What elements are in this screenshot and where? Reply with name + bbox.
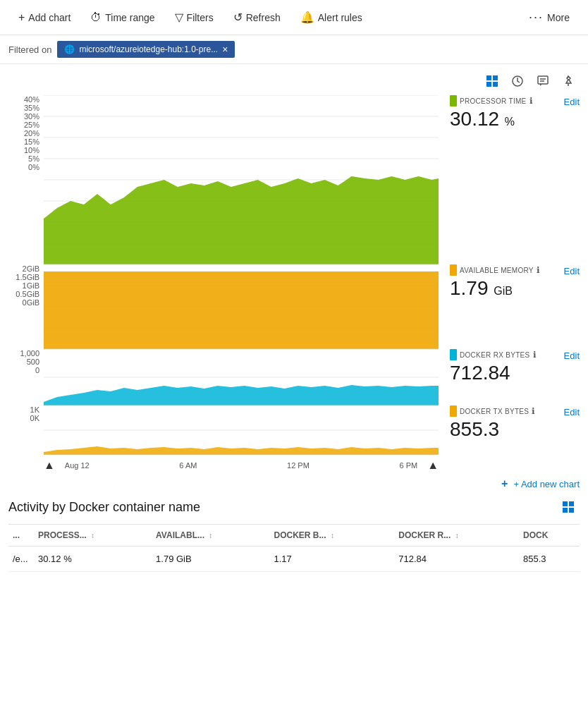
processor-legend: PROCESSOR TIME ℹ 30.12 % — [439, 95, 580, 129]
col-dock: DOCK — [519, 525, 580, 547]
processor-value: 30.12 % — [450, 109, 580, 129]
more-dots-icon: ··· — [529, 10, 544, 25]
docker-rx-chart-row: 1,000 500 0 DOCKER RX BYTES ℹ — [8, 349, 580, 405]
memory-y-axis: 2GiB 1.5GiB 1GiB 0.5GiB 0GiB — [8, 264, 44, 307]
docker-rx-value: 712.84 — [450, 363, 580, 383]
svg-rect-1 — [493, 75, 498, 80]
grid-view-button[interactable] — [481, 70, 503, 92]
processor-chart-block: Edit 40% 35% 30% 25% 20% 15% 10% 5% 0% — [8, 95, 580, 264]
add-chart-button[interactable]: + Add chart — [8, 7, 80, 28]
clock-icon: ⏱ — [90, 11, 102, 24]
docker-tx-svg — [44, 405, 439, 455]
docker-rx-legend: DOCKER RX BYTES ℹ 712.84 — [439, 349, 580, 383]
memory-edit-link[interactable]: Edit — [564, 266, 580, 276]
cell-dock: 855.3 — [519, 547, 580, 572]
svg-rect-37 — [563, 508, 568, 513]
filtered-on-label: Filtered on — [8, 44, 51, 55]
svg-rect-36 — [569, 501, 574, 506]
time-range-button[interactable]: ⏱ Time range — [80, 7, 164, 28]
svg-rect-38 — [569, 508, 574, 513]
docker-tx-edit-link[interactable]: Edit — [564, 407, 580, 417]
filter-tag-icon: 🌐 — [64, 44, 75, 54]
processor-chart-canvas — [44, 95, 439, 264]
docker-tx-chart-canvas — [44, 405, 439, 455]
refresh-button[interactable]: ↺ Refresh — [223, 6, 290, 28]
add-icon: + — [18, 11, 25, 24]
docker-rx-chart-canvas — [44, 349, 439, 405]
docker-rx-chart-block: Edit 1,000 500 0 DOCKE — [8, 349, 580, 405]
col-available-sort-icon: ↕ — [209, 532, 212, 539]
cell-name: /e... — [8, 547, 34, 572]
memory-svg — [44, 264, 439, 349]
docker-rx-color-dot — [450, 349, 457, 360]
filter-tag-text: microsoft/azureiotedge-hub:1.0-pre... — [79, 44, 218, 54]
time-arrow-right: ▲ — [427, 459, 439, 472]
docker-tx-chart-row: 1K 0K DOCKER TX BYTES ℹ — [8, 405, 580, 455]
cell-docker-b: 1.17 — [270, 547, 395, 572]
filter-icon: ▽ — [175, 11, 183, 24]
filter-tag-close-button[interactable]: × — [222, 44, 228, 55]
processor-info-icon[interactable]: ℹ — [529, 96, 533, 106]
table-row: /e... 30.12 % 1.79 GiB 1.17 712.84 855.3 — [8, 547, 580, 572]
processor-svg — [44, 95, 439, 264]
history-button[interactable] — [506, 70, 529, 92]
filters-button[interactable]: ▽ Filters — [165, 6, 223, 28]
processor-edit-link[interactable]: Edit — [564, 97, 580, 107]
pin-button[interactable] — [557, 70, 580, 92]
filter-tag[interactable]: 🌐 microsoft/azureiotedge-hub:1.0-pre... … — [57, 41, 235, 58]
activity-section: Activity by Docker container name ... PR… — [0, 496, 588, 572]
docker-rx-edit-link[interactable]: Edit — [564, 350, 580, 361]
more-button[interactable]: ··· More — [519, 6, 580, 29]
col-available[interactable]: AVAILABL... ↕ — [152, 525, 269, 547]
activity-table: ... PROCESS... ↕ AVAILABL... ↕ DOCKER B.… — [8, 524, 580, 572]
processor-y-axis: 40% 35% 30% 25% 20% 15% 10% 5% 0% — [8, 95, 44, 171]
add-new-chart-row: + + Add new chart — [0, 472, 588, 496]
activity-header: Activity by Docker container name — [8, 496, 580, 518]
svg-rect-2 — [486, 82, 491, 87]
svg-rect-25 — [44, 271, 439, 349]
action-icons-row — [0, 64, 588, 95]
add-new-chart-button[interactable]: + + Add new chart — [501, 477, 580, 490]
table-header-row: ... PROCESS... ↕ AVAILABL... ↕ DOCKER B.… — [8, 525, 580, 547]
svg-rect-3 — [493, 82, 498, 87]
grid-icon — [486, 75, 498, 87]
alert-rules-button[interactable]: 🔔 Alert rules — [290, 6, 372, 28]
docker-rx-info-icon[interactable]: ℹ — [533, 350, 537, 360]
processor-chart-row: 40% 35% 30% 25% 20% 15% 10% 5% 0% — [8, 95, 580, 264]
add-chart-plus-icon: + — [501, 477, 508, 490]
col-docker-b-sort-icon: ↕ — [331, 532, 334, 539]
docker-tx-chart-block: Edit 1K 0K DOCKER TX BYTES — [8, 405, 580, 455]
time-axis-labels: Aug 12 6 AM 12 PM 6 PM — [58, 461, 424, 470]
col-processor[interactable]: PROCESS... ↕ — [34, 525, 152, 547]
docker-tx-color-dot — [450, 405, 457, 417]
comment-icon — [537, 75, 549, 87]
bell-icon: 🔔 — [300, 11, 314, 24]
pin-icon — [562, 75, 575, 87]
memory-legend: AVAILABLE MEMORY ℹ 1.79 GiB — [439, 264, 580, 298]
refresh-icon: ↺ — [233, 11, 243, 24]
col-processor-sort-icon: ↕ — [91, 532, 94, 539]
col-docker-r[interactable]: DOCKER R... ↕ — [394, 525, 519, 547]
memory-chart-canvas — [44, 264, 439, 349]
svg-rect-0 — [486, 75, 491, 80]
col-docker-r-sort-icon: ↕ — [455, 532, 459, 539]
activity-grid-view-button[interactable] — [557, 496, 580, 518]
activity-title: Activity by Docker container name — [8, 500, 200, 515]
docker-tx-y-axis: 1K 0K — [8, 405, 44, 422]
history-icon — [511, 75, 524, 87]
filter-bar: Filtered on 🌐 microsoft/azureiotedge-hub… — [0, 35, 588, 64]
docker-tx-value: 855.3 — [450, 420, 580, 439]
time-axis: ▲ Aug 12 6 AM 12 PM 6 PM ▲ — [44, 459, 580, 472]
comment-button[interactable] — [532, 70, 554, 92]
memory-value: 1.79 GiB — [450, 279, 580, 298]
col-docker-b[interactable]: DOCKER B... ↕ — [270, 525, 395, 547]
cell-available: 1.79 GiB — [152, 547, 269, 572]
activity-grid-icon — [562, 501, 575, 513]
memory-info-icon[interactable]: ℹ — [537, 265, 540, 275]
cell-docker-r: 712.84 — [394, 547, 519, 572]
cell-processor: 30.12 % — [34, 547, 152, 572]
charts-area: Edit 40% 35% 30% 25% 20% 15% 10% 5% 0% — [0, 95, 588, 472]
docker-tx-info-icon[interactable]: ℹ — [532, 406, 535, 416]
processor-color-dot — [450, 95, 457, 106]
svg-marker-8 — [540, 84, 542, 86]
